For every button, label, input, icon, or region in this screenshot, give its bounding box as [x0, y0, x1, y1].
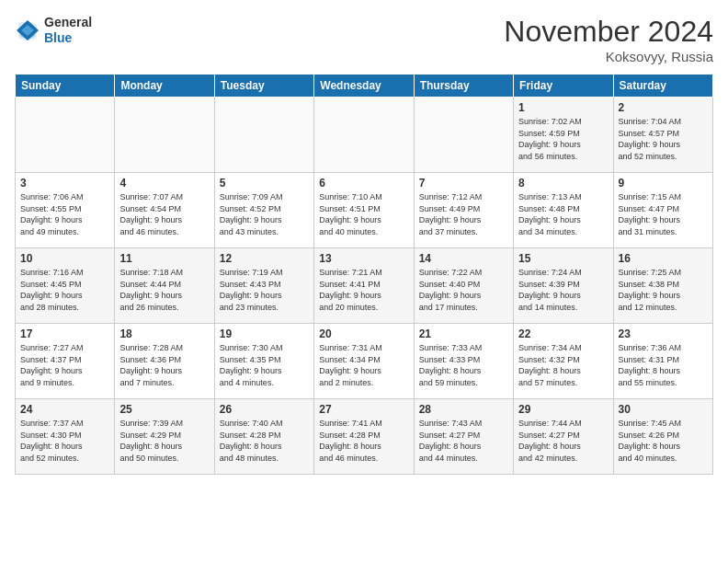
day-number: 25 — [119, 403, 209, 416]
col-monday: Monday — [115, 75, 214, 98]
cell-3-0: 17Sunrise: 7:27 AMSunset: 4:37 PMDayligh… — [16, 324, 115, 399]
day-info: Sunrise: 7:43 AMSunset: 4:27 PMDaylight:… — [419, 418, 508, 464]
day-number: 26 — [220, 403, 309, 416]
day-number: 10 — [20, 252, 109, 265]
title-block: November 2024 Koksovyy, Russia — [504, 15, 713, 64]
day-info: Sunrise: 7:34 AMSunset: 4:32 PMDaylight:… — [518, 342, 608, 388]
location: Koksovyy, Russia — [504, 49, 713, 64]
cell-1-5: 8Sunrise: 7:13 AMSunset: 4:48 PMDaylight… — [514, 173, 613, 248]
logo: General Blue — [15, 15, 92, 46]
day-number: 30 — [619, 403, 708, 416]
day-number: 3 — [20, 177, 109, 190]
col-wednesday: Wednesday — [314, 75, 414, 98]
cell-0-2 — [214, 98, 313, 173]
cell-4-1: 25Sunrise: 7:39 AMSunset: 4:29 PMDayligh… — [115, 399, 214, 475]
day-number: 20 — [319, 327, 408, 340]
day-number: 14 — [419, 252, 508, 265]
day-number: 23 — [619, 327, 708, 340]
cell-1-0: 3Sunrise: 7:06 AMSunset: 4:55 PMDaylight… — [16, 173, 115, 248]
week-row-2: 3Sunrise: 7:06 AMSunset: 4:55 PMDaylight… — [16, 173, 713, 248]
day-info: Sunrise: 7:22 AMSunset: 4:40 PMDaylight:… — [419, 267, 508, 313]
col-friday: Friday — [514, 75, 613, 98]
day-number: 4 — [119, 177, 209, 190]
cell-2-1: 11Sunrise: 7:18 AMSunset: 4:44 PMDayligh… — [115, 248, 214, 324]
day-info: Sunrise: 7:36 AMSunset: 4:31 PMDaylight:… — [619, 342, 708, 388]
cell-4-2: 26Sunrise: 7:40 AMSunset: 4:28 PMDayligh… — [214, 399, 313, 475]
cell-1-2: 5Sunrise: 7:09 AMSunset: 4:52 PMDaylight… — [214, 173, 313, 248]
cell-0-0 — [16, 98, 115, 173]
day-info: Sunrise: 7:40 AMSunset: 4:28 PMDaylight:… — [220, 418, 309, 464]
day-number: 29 — [518, 403, 608, 416]
cell-2-5: 15Sunrise: 7:24 AMSunset: 4:39 PMDayligh… — [514, 248, 613, 324]
day-number: 6 — [319, 177, 408, 190]
cell-3-5: 22Sunrise: 7:34 AMSunset: 4:32 PMDayligh… — [514, 324, 613, 399]
day-number: 28 — [419, 403, 508, 416]
day-number: 21 — [419, 327, 508, 340]
day-info: Sunrise: 7:18 AMSunset: 4:44 PMDaylight:… — [119, 267, 209, 313]
day-info: Sunrise: 7:33 AMSunset: 4:33 PMDaylight:… — [419, 342, 508, 388]
cell-4-6: 30Sunrise: 7:45 AMSunset: 4:26 PMDayligh… — [613, 399, 712, 475]
day-number: 19 — [220, 327, 309, 340]
day-number: 1 — [518, 101, 608, 114]
cell-0-1 — [115, 98, 214, 173]
day-info: Sunrise: 7:12 AMSunset: 4:49 PMDaylight:… — [419, 191, 508, 237]
day-info: Sunrise: 7:31 AMSunset: 4:34 PMDaylight:… — [319, 342, 408, 388]
day-number: 9 — [619, 177, 708, 190]
day-number: 7 — [419, 177, 508, 190]
day-info: Sunrise: 7:21 AMSunset: 4:41 PMDaylight:… — [319, 267, 408, 313]
cell-2-2: 12Sunrise: 7:19 AMSunset: 4:43 PMDayligh… — [214, 248, 313, 324]
cell-3-3: 20Sunrise: 7:31 AMSunset: 4:34 PMDayligh… — [314, 324, 414, 399]
day-number: 27 — [319, 403, 408, 416]
logo-text: General Blue — [44, 15, 92, 46]
day-info: Sunrise: 7:30 AMSunset: 4:35 PMDaylight:… — [220, 342, 309, 388]
col-sunday: Sunday — [16, 75, 115, 98]
cell-4-4: 28Sunrise: 7:43 AMSunset: 4:27 PMDayligh… — [414, 399, 513, 475]
cell-3-1: 18Sunrise: 7:28 AMSunset: 4:36 PMDayligh… — [115, 324, 214, 399]
header-row: Sunday Monday Tuesday Wednesday Thursday… — [16, 75, 713, 98]
cell-0-4 — [414, 98, 513, 173]
day-number: 8 — [518, 177, 608, 190]
calendar-table: Sunday Monday Tuesday Wednesday Thursday… — [15, 74, 713, 475]
day-info: Sunrise: 7:10 AMSunset: 4:51 PMDaylight:… — [319, 191, 408, 237]
week-row-1: 1Sunrise: 7:02 AMSunset: 4:59 PMDaylight… — [16, 98, 713, 173]
cell-1-6: 9Sunrise: 7:15 AMSunset: 4:47 PMDaylight… — [613, 173, 712, 248]
day-number: 17 — [20, 327, 109, 340]
cell-1-1: 4Sunrise: 7:07 AMSunset: 4:54 PMDaylight… — [115, 173, 214, 248]
day-info: Sunrise: 7:16 AMSunset: 4:45 PMDaylight:… — [20, 267, 109, 313]
day-info: Sunrise: 7:44 AMSunset: 4:27 PMDaylight:… — [518, 418, 608, 464]
page: General Blue November 2024 Koksovyy, Rus… — [0, 0, 728, 563]
day-number: 5 — [220, 177, 309, 190]
week-row-3: 10Sunrise: 7:16 AMSunset: 4:45 PMDayligh… — [16, 248, 713, 324]
day-info: Sunrise: 7:27 AMSunset: 4:37 PMDaylight:… — [20, 342, 109, 388]
day-info: Sunrise: 7:06 AMSunset: 4:55 PMDaylight:… — [20, 191, 109, 237]
day-info: Sunrise: 7:09 AMSunset: 4:52 PMDaylight:… — [220, 191, 309, 237]
day-number: 24 — [20, 403, 109, 416]
cell-0-3 — [314, 98, 414, 173]
cell-3-4: 21Sunrise: 7:33 AMSunset: 4:33 PMDayligh… — [414, 324, 513, 399]
cell-2-6: 16Sunrise: 7:25 AMSunset: 4:38 PMDayligh… — [613, 248, 712, 324]
cell-3-6: 23Sunrise: 7:36 AMSunset: 4:31 PMDayligh… — [613, 324, 712, 399]
col-thursday: Thursday — [414, 75, 513, 98]
logo-blue: Blue — [44, 30, 72, 45]
cell-4-0: 24Sunrise: 7:37 AMSunset: 4:30 PMDayligh… — [16, 399, 115, 475]
cell-4-5: 29Sunrise: 7:44 AMSunset: 4:27 PMDayligh… — [514, 399, 613, 475]
day-info: Sunrise: 7:37 AMSunset: 4:30 PMDaylight:… — [20, 418, 109, 464]
cell-2-3: 13Sunrise: 7:21 AMSunset: 4:41 PMDayligh… — [314, 248, 414, 324]
day-number: 18 — [119, 327, 209, 340]
day-info: Sunrise: 7:19 AMSunset: 4:43 PMDaylight:… — [220, 267, 309, 313]
cell-0-5: 1Sunrise: 7:02 AMSunset: 4:59 PMDaylight… — [514, 98, 613, 173]
day-number: 15 — [518, 252, 608, 265]
day-number: 22 — [518, 327, 608, 340]
day-info: Sunrise: 7:02 AMSunset: 4:59 PMDaylight:… — [518, 116, 608, 162]
logo-icon — [15, 17, 40, 43]
cell-2-4: 14Sunrise: 7:22 AMSunset: 4:40 PMDayligh… — [414, 248, 513, 324]
day-info: Sunrise: 7:13 AMSunset: 4:48 PMDaylight:… — [518, 191, 608, 237]
day-number: 11 — [119, 252, 209, 265]
cell-0-6: 2Sunrise: 7:04 AMSunset: 4:57 PMDaylight… — [613, 98, 712, 173]
week-row-4: 17Sunrise: 7:27 AMSunset: 4:37 PMDayligh… — [16, 324, 713, 399]
day-number: 2 — [619, 101, 708, 114]
logo-general: General — [44, 15, 92, 29]
day-number: 13 — [319, 252, 408, 265]
cell-3-2: 19Sunrise: 7:30 AMSunset: 4:35 PMDayligh… — [214, 324, 313, 399]
day-info: Sunrise: 7:28 AMSunset: 4:36 PMDaylight:… — [119, 342, 209, 388]
